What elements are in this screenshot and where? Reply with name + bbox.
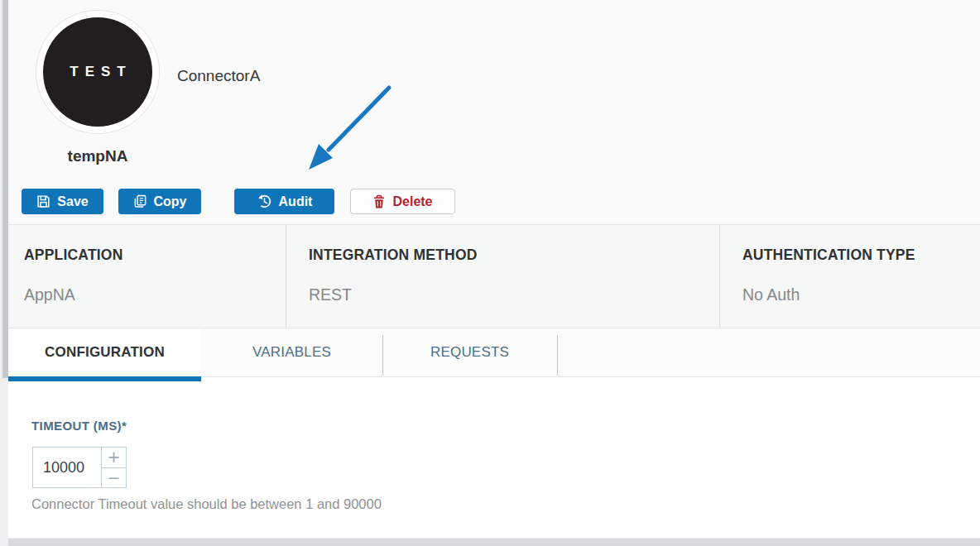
summary-column-authentication-type: AUTHENTICATION TYPE No Auth bbox=[719, 225, 980, 328]
delete-button-label: Delete bbox=[392, 194, 432, 209]
vertical-scrollbar-thumb[interactable] bbox=[2, 0, 8, 378]
summary-label: APPLICATION bbox=[24, 247, 123, 264]
summary-column-integration-method: INTEGRATION METHOD REST bbox=[286, 225, 719, 328]
tab-divider bbox=[382, 335, 383, 376]
vertical-scrollbar-track[interactable] bbox=[0, 0, 8, 546]
minus-icon: − bbox=[108, 470, 121, 486]
horizontal-scrollbar-track[interactable] bbox=[8, 538, 980, 546]
delete-button[interactable]: Delete bbox=[350, 189, 455, 214]
summary-value: AppNA bbox=[24, 285, 75, 304]
timeout-stepper-group: + − bbox=[32, 447, 127, 488]
trash-icon bbox=[372, 194, 386, 209]
summary-value: No Auth bbox=[742, 285, 800, 304]
connector-header: TEST ConnectorA tempNA Save bbox=[8, 0, 980, 224]
increment-button[interactable]: + bbox=[102, 447, 127, 468]
annotation-arrow bbox=[286, 77, 401, 180]
connector-avatar: TEST bbox=[36, 10, 160, 134]
audit-button-label: Audit bbox=[279, 194, 313, 209]
timeout-help-text: Connector Timeout value should be betwee… bbox=[31, 496, 382, 512]
configuration-panel: TIMEOUT (MS)* + − Connector Timeout valu… bbox=[8, 382, 980, 538]
timeout-input[interactable] bbox=[32, 447, 102, 488]
save-button-label: Save bbox=[57, 194, 88, 209]
tab-bar: CONFIGURATION VARIABLES REQUESTS bbox=[8, 328, 980, 377]
audit-history-icon bbox=[257, 194, 272, 209]
connector-name: ConnectorA bbox=[177, 67, 260, 85]
save-button[interactable]: Save bbox=[22, 189, 103, 214]
decrement-button[interactable]: − bbox=[102, 468, 127, 489]
template-name: tempNA bbox=[36, 147, 160, 165]
horizontal-scrollbar-thumb[interactable] bbox=[8, 539, 980, 546]
save-icon bbox=[36, 194, 50, 208]
copy-icon bbox=[133, 194, 147, 208]
tab-variables[interactable]: VARIABLES bbox=[201, 328, 382, 376]
summary-value: REST bbox=[309, 285, 352, 304]
avatar-circle: TEST bbox=[43, 17, 152, 127]
summary-label: AUTHENTICATION TYPE bbox=[742, 247, 915, 264]
active-tab-indicator bbox=[8, 376, 201, 381]
plus-icon: + bbox=[108, 449, 121, 465]
copy-button[interactable]: Copy bbox=[118, 189, 201, 214]
audit-button[interactable]: Audit bbox=[234, 189, 334, 214]
tab-divider bbox=[557, 335, 558, 376]
copy-button-label: Copy bbox=[154, 194, 187, 209]
timeout-field-label: TIMEOUT (MS)* bbox=[31, 419, 127, 433]
timeout-stepper: + − bbox=[102, 447, 127, 488]
avatar-label: TEST bbox=[63, 64, 132, 80]
connector-detail-page: TEST ConnectorA tempNA Save bbox=[0, 0, 980, 546]
summary-column-application: APPLICATION AppNA bbox=[8, 225, 286, 328]
tab-requests[interactable]: REQUESTS bbox=[382, 328, 557, 376]
main-content: TEST ConnectorA tempNA Save bbox=[8, 0, 980, 538]
tab-configuration[interactable]: CONFIGURATION bbox=[8, 328, 201, 376]
summary-label: INTEGRATION METHOD bbox=[309, 247, 478, 264]
summary-band: APPLICATION AppNA INTEGRATION METHOD RES… bbox=[8, 224, 980, 328]
